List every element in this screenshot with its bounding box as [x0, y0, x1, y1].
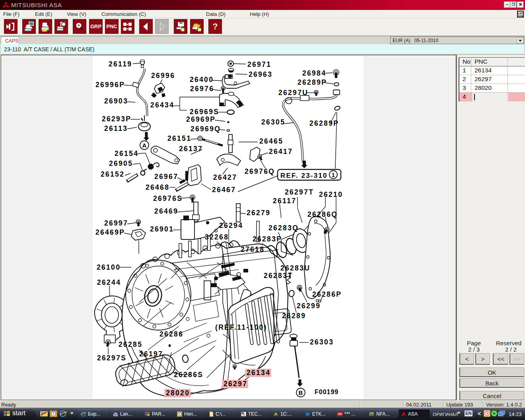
- svg-text:B: B: [299, 389, 303, 396]
- svg-text:26971: 26971: [247, 60, 271, 68]
- svg-text:1: 1: [332, 171, 335, 178]
- svg-text:26468: 26468: [146, 183, 169, 191]
- svg-text:26151: 26151: [167, 134, 191, 142]
- svg-text:26286S: 26286S: [174, 371, 203, 379]
- svg-text:(REF.11-100): (REF.11-100): [215, 323, 267, 331]
- svg-text:26967: 26967: [154, 173, 178, 181]
- svg-text:27618: 27618: [241, 245, 264, 253]
- svg-text:26469: 26469: [154, 207, 178, 215]
- svg-text:26244: 26244: [97, 278, 121, 286]
- svg-text:26283T: 26283T: [264, 272, 293, 280]
- svg-text:F00199: F00199: [315, 389, 338, 395]
- svg-text:26283P: 26283P: [253, 235, 282, 243]
- svg-text:26901: 26901: [150, 225, 174, 233]
- svg-text:26297T: 26297T: [285, 188, 314, 196]
- svg-text:26996P: 26996P: [95, 81, 125, 89]
- svg-text:1C: 1C: [274, 413, 278, 416]
- svg-text:26294: 26294: [219, 222, 243, 229]
- svg-text:A: A: [142, 142, 147, 149]
- svg-text:26297: 26297: [224, 380, 247, 388]
- svg-text:26905: 26905: [109, 159, 133, 167]
- svg-text:M: M: [115, 413, 117, 416]
- svg-text:26283U: 26283U: [280, 264, 310, 272]
- svg-text:26154: 26154: [115, 150, 138, 158]
- svg-text:26427: 26427: [213, 173, 237, 181]
- svg-text:26286: 26286: [159, 330, 183, 338]
- svg-text:26305: 26305: [261, 118, 285, 126]
- svg-text:26134: 26134: [247, 369, 270, 377]
- svg-text:26400: 26400: [190, 76, 214, 84]
- svg-text:26289: 26289: [282, 312, 306, 320]
- svg-text:26976S: 26976S: [153, 194, 183, 202]
- svg-text:26903: 26903: [104, 97, 128, 105]
- svg-text:26297S: 26297S: [97, 354, 126, 362]
- svg-text:26210: 26210: [319, 191, 343, 198]
- svg-text:26997: 26997: [104, 219, 128, 227]
- svg-text:REF. 23-310: REF. 23-310: [280, 172, 328, 179]
- svg-text:28020: 28020: [166, 389, 190, 397]
- svg-text:26467: 26467: [212, 186, 236, 194]
- svg-text:26434: 26434: [150, 101, 174, 109]
- svg-text:26299: 26299: [297, 302, 321, 310]
- svg-text:26285: 26285: [119, 340, 142, 348]
- svg-text:26417: 26417: [269, 148, 293, 156]
- svg-text:26152: 26152: [101, 170, 124, 178]
- svg-text:26969Q: 26969Q: [191, 125, 221, 133]
- svg-text:26469P: 26469P: [95, 228, 125, 236]
- svg-text:26976Q: 26976Q: [245, 167, 275, 175]
- svg-text:26293P: 26293P: [102, 115, 131, 123]
- svg-text:26963: 26963: [249, 70, 272, 78]
- svg-text:26969S: 26969S: [190, 108, 219, 116]
- svg-text:26297U: 26297U: [278, 89, 308, 97]
- svg-text:26286P: 26286P: [312, 290, 342, 298]
- svg-text:26279: 26279: [247, 209, 270, 217]
- svg-text:26289P: 26289P: [298, 78, 327, 86]
- svg-text:26984: 26984: [302, 69, 326, 77]
- svg-text:26465: 26465: [259, 137, 283, 145]
- svg-text:26996: 26996: [151, 72, 175, 80]
- svg-text:26969P: 26969P: [186, 115, 216, 123]
- svg-text:FAST: FAST: [369, 414, 375, 416]
- svg-text:ASA: ASA: [338, 413, 342, 415]
- svg-text:32268: 32268: [205, 233, 229, 241]
- svg-text:26283Q: 26283Q: [268, 224, 299, 232]
- svg-text:26289P: 26289P: [309, 119, 339, 127]
- svg-text:26286Q: 26286Q: [307, 210, 338, 218]
- svg-text:26137: 26137: [179, 145, 203, 153]
- svg-text:TD: TD: [242, 414, 245, 416]
- svg-text:26113: 26113: [104, 124, 128, 132]
- svg-text:26197: 26197: [139, 350, 163, 358]
- svg-text:26117: 26117: [273, 197, 296, 205]
- svg-text:26119: 26119: [109, 60, 132, 68]
- svg-text:+: +: [77, 23, 80, 28]
- svg-text:26100: 26100: [97, 263, 121, 271]
- svg-text:26976: 26976: [190, 85, 214, 93]
- svg-text:26303: 26303: [310, 338, 334, 346]
